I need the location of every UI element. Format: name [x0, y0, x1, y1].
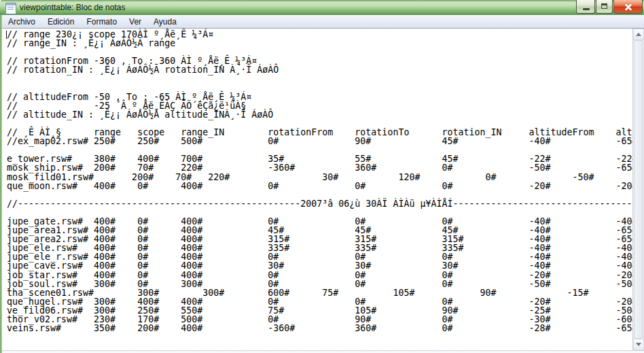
editor-line: //--------------------------------------… — [7, 199, 632, 208]
notepad-window: viewpointtable: Bloc de notas Archivo Ed… — [0, 0, 644, 353]
editor-line: que_moon.rsw# 400# 0# 400# 0# 0# 0# -20#… — [7, 182, 632, 190]
editor-line — [7, 208, 632, 217]
editor-line: // altitudeFrom -50 , To : -65 ÀÌ º¸Åë¸Ê… — [7, 93, 632, 101]
text-editor[interactable]: // range 230¿¡ scope 170ÀÌ º¸Åë¸Ê ¼³Á¤//… — [2, 29, 632, 350]
editor-line: tha_scene01.rsw# 300# 300# 600# 75# 105#… — [7, 288, 632, 297]
titlebar[interactable]: viewpointtable: Bloc de notas — [0, 0, 644, 15]
maximize-icon — [601, 3, 607, 9]
text-caret — [6, 31, 7, 39]
editor-line: // range_IN : ¸Ê¿¡ ÁøÀÔ½Ã range — [7, 39, 632, 48]
scroll-up-icon — [636, 33, 641, 36]
editor-line: que_hugel.rsw# 300# 400# 400# 0# 0# 0# -… — [7, 297, 632, 306]
editor-line: veins.rsw# 350# 200# 400# -360# 360# 0# … — [7, 324, 632, 333]
notepad-icon — [5, 3, 16, 14]
editor-line: mosk_ship.rsw# 200# 70# 220# -360# 360# … — [7, 163, 632, 172]
window-bottom-edge — [2, 350, 644, 353]
editor-line: jupe_cave.rsw# 400# 0# 400# 30# 30# 30# … — [7, 261, 632, 270]
menu-item-ayuda[interactable]: Ayuda — [147, 16, 183, 28]
scroll-up-button[interactable] — [633, 29, 644, 40]
menu-item-edicion[interactable]: Edición — [41, 16, 80, 28]
scrollbar-thumb[interactable] — [634, 40, 643, 339]
editor-line — [7, 84, 632, 93]
editor-content: // range 230¿¡ scope 170ÀÌ º¸Åë¸Ê ¼³Á¤//… — [2, 29, 632, 333]
editor-line: mosk_fild01.rsw# 200# 70# 220# 30# 120# … — [7, 173, 632, 182]
menu-item-formato[interactable]: Formato — [80, 16, 123, 28]
window-title: viewpointtable: Bloc de notas — [20, 3, 125, 12]
editor-line: // altitude_IN : ¸Ê¿¡ ÁøÀÔ½Ã altitude_IN… — [7, 110, 632, 119]
editor-line: // -25 ´Â º¸Åë¸ÊÀÇ ÃÖ´ëÇã¿ë¹üÀ§ — [7, 101, 632, 110]
editor-line — [7, 74, 632, 83]
minimize-icon — [583, 8, 590, 10]
close-button[interactable] — [613, 0, 643, 14]
minimize-button[interactable] — [576, 0, 595, 14]
menu-item-archivo[interactable]: Archivo — [2, 16, 41, 28]
menu-item-ver[interactable]: Ver — [123, 16, 147, 28]
menubar: Archivo Edición Formato Ver Ayuda — [2, 15, 644, 29]
maximize-button[interactable] — [596, 0, 613, 14]
editor-line: job_soul.rsw# 300# 0# 300# 0# 0# 0# -50#… — [7, 280, 632, 288]
scroll-down-icon — [636, 343, 641, 346]
scroll-down-button[interactable] — [633, 339, 644, 350]
window-controls — [576, 0, 643, 14]
vertical-scrollbar[interactable] — [632, 29, 644, 350]
close-icon — [614, 0, 642, 13]
editor-line: // rotation_IN : ¸Ê¿¡ ÁøÀÔ½Ã rotation_IN… — [7, 65, 632, 74]
editor-line — [7, 190, 632, 199]
editor-line: //ex_map02.rsw# 250# 250# 500# 0# 90# 45… — [7, 137, 632, 146]
editor-line: job_star.rsw# 400# 0# 400# 0# 0# 0# -20#… — [7, 271, 632, 280]
